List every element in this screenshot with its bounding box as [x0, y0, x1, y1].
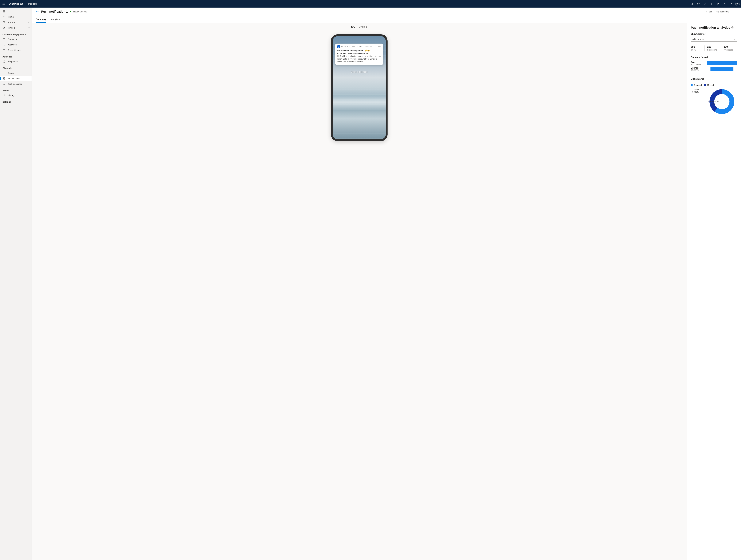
- info-icon[interactable]: i: [731, 26, 734, 29]
- sidebar-heading: Settings: [0, 98, 31, 104]
- analytics-panel-title: Push notification analytics: [691, 26, 730, 29]
- sidebar-toggle[interactable]: [0, 9, 31, 14]
- kpi-value: 500: [691, 46, 703, 49]
- app-launcher-icon[interactable]: [1, 1, 6, 6]
- svg-line-28: [5, 95, 5, 96]
- undelivered-legend: Bounced Unsent: [691, 84, 737, 86]
- notification-body: Hi David, on't miss the chance to get th…: [337, 55, 381, 63]
- svg-point-2: [4, 3, 5, 3]
- sidebar-item-segments[interactable]: Segments: [0, 59, 31, 64]
- preview-column: iOS Android UNIVERSITY OF SOUTH FLORIDA …: [32, 23, 687, 560]
- more-actions-button[interactable]: [731, 10, 737, 13]
- home-icon: [3, 15, 5, 18]
- journeys-icon: [3, 38, 5, 41]
- app-name[interactable]: Dynamics 365: [9, 3, 23, 5]
- svg-point-4: [3, 4, 4, 4]
- sidebar-item-label: Segments: [8, 60, 18, 63]
- svg-point-0: [3, 3, 3, 3]
- mobile-push-icon: [3, 77, 5, 80]
- status-text: Ready to send: [73, 10, 87, 13]
- legend-label: Bounced: [693, 84, 702, 86]
- tab-analytics[interactable]: Analytics: [51, 16, 60, 23]
- edit-button[interactable]: Edit: [703, 10, 714, 14]
- dropdown-value: All journeys: [692, 38, 703, 40]
- notification-title-line2: by moving to Office 365 account: [337, 52, 381, 54]
- main-content: Push notification 1 Ready to send Edit T…: [32, 8, 741, 560]
- analytics-icon: [3, 44, 5, 46]
- funnel-label: Opened: [691, 67, 707, 69]
- user-avatar[interactable]: MT: [735, 2, 740, 6]
- donut-center-value: 100: [698, 102, 728, 105]
- button-label: Edit: [709, 10, 713, 13]
- filter-icon[interactable]: [715, 0, 721, 7]
- svg-point-32: [735, 11, 735, 12]
- collapse-button[interactable]: Click to collapse: [333, 71, 386, 73]
- segments-icon: [3, 60, 5, 63]
- phone-mockup: UNIVERSITY OF SOUTH FLORIDA now Get free…: [331, 34, 388, 141]
- tab-summary[interactable]: Summary: [36, 16, 46, 23]
- show-data-label: Show data for: [691, 32, 737, 35]
- sidebar-item-label: Home: [8, 16, 14, 18]
- button-label: Test send: [720, 10, 729, 13]
- kpi-label: Processed: [724, 49, 736, 51]
- donut-center-label: Undelivered: [698, 100, 728, 102]
- svg-point-3: [3, 4, 3, 4]
- sidebar-item-label: Analytics: [8, 44, 17, 46]
- svg-point-15: [724, 3, 725, 4]
- back-button[interactable]: [36, 10, 39, 13]
- svg-point-5: [4, 4, 5, 4]
- kpi-processed: 300 Processed: [721, 46, 737, 51]
- lightbulb-icon[interactable]: [702, 0, 708, 7]
- tab-android[interactable]: Android: [359, 25, 367, 29]
- form-header: Push notification 1 Ready to send Edit T…: [32, 8, 741, 16]
- sidebar-item-emails[interactable]: Emails: [0, 70, 31, 76]
- analytics-panel: Push notification analytics i Show data …: [687, 23, 741, 560]
- help-icon[interactable]: [728, 0, 734, 7]
- sidebar-item-text-messages[interactable]: Text messages: [0, 81, 31, 87]
- svg-point-7: [3, 4, 4, 5]
- sidebar-item-pinned[interactable]: Pinned: [0, 25, 31, 30]
- svg-rect-22: [3, 72, 5, 74]
- plus-icon[interactable]: [709, 0, 714, 7]
- clock-icon: [3, 21, 5, 24]
- sidebar-item-analytics[interactable]: Analytics: [0, 42, 31, 48]
- funnel-row-sent: Sent 300 (100%): [691, 61, 737, 66]
- svg-point-16: [731, 5, 731, 5]
- svg-point-8: [4, 4, 5, 5]
- sidebar-item-label: Emails: [8, 72, 14, 74]
- topbar-left: Dynamics 365 Marketing: [1, 1, 38, 6]
- global-topbar: Dynamics 365 Marketing MT: [0, 0, 741, 8]
- funnel-bar: [711, 67, 734, 71]
- sidebar-item-label: Mobile push: [8, 77, 19, 80]
- chevron-down-icon: [28, 21, 30, 23]
- undelivered-title: Undelivered: [691, 75, 737, 80]
- sidebar-item-journeys[interactable]: Journeys: [0, 37, 31, 42]
- sidebar-heading: Audience: [0, 53, 31, 59]
- library-icon: [3, 94, 5, 97]
- chevron-down-icon: [28, 27, 30, 29]
- sidebar-item-library[interactable]: Library: [0, 92, 31, 98]
- kpi-label: Processing: [707, 49, 719, 51]
- status-indicator-icon: [70, 11, 71, 12]
- sidebar-item-label: Library: [8, 94, 14, 96]
- journey-filter-dropdown[interactable]: All journeys: [691, 37, 737, 42]
- funnel-row-opened: Opened 60 (19%): [691, 67, 737, 71]
- sidebar-item-label: Journeys: [8, 38, 17, 41]
- svg-point-9: [691, 3, 692, 4]
- donut-slice-label: Unsent: [691, 89, 699, 91]
- test-send-button[interactable]: Test send: [715, 10, 731, 14]
- sidebar-item-event-triggers[interactable]: Event triggers: [0, 48, 31, 53]
- funnel-label: Sent: [691, 61, 707, 63]
- svg-line-10: [692, 4, 693, 5]
- tab-ios[interactable]: iOS: [351, 25, 355, 29]
- module-name[interactable]: Marketing: [26, 3, 37, 5]
- gear-icon[interactable]: [722, 0, 727, 7]
- chevron-down-icon: [734, 38, 736, 40]
- sidebar-item-recent[interactable]: Recent: [0, 19, 31, 25]
- sidebar-item-mobile-push[interactable]: Mobile push: [0, 76, 31, 81]
- legend-unsent: Unsent: [704, 84, 714, 86]
- search-icon[interactable]: [689, 0, 695, 7]
- sidebar-item-home[interactable]: Home: [0, 14, 31, 19]
- task-icon[interactable]: [695, 0, 701, 7]
- svg-point-6: [3, 4, 3, 5]
